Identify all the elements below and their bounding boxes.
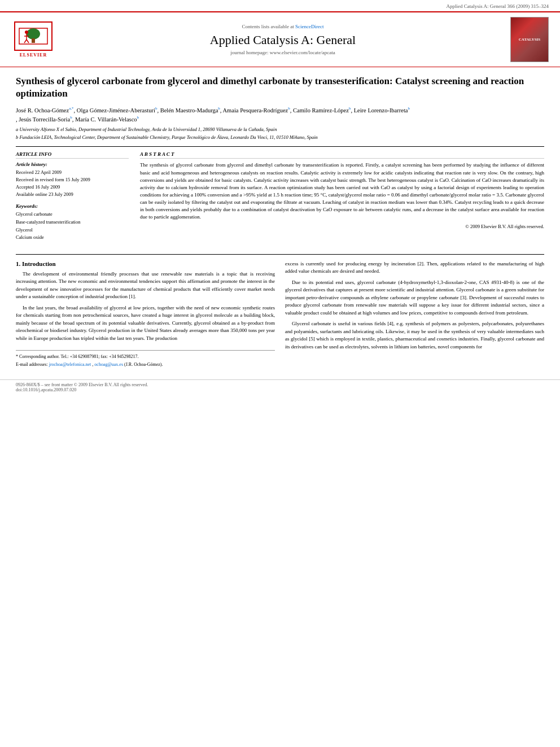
svg-rect-2 [32, 38, 35, 43]
article-info-column: ARTICLE INFO Article history: Received 2… [16, 151, 129, 247]
intro-section-number: 1. [16, 260, 20, 267]
author6-name: , Leire Lorenzo-Ibarreta [351, 107, 408, 113]
contents-text: Contents lists available at [242, 24, 294, 29]
copyright-line: © 2009 Elsevier B.V. All rights reserved… [140, 224, 544, 229]
author5-name: , Camilo Ramírez-López [290, 107, 349, 113]
svg-point-3 [25, 30, 28, 34]
contents-available: Contents lists available at ScienceDirec… [242, 24, 324, 29]
intro-para2: In the last years, the broad availabilit… [16, 304, 275, 343]
article-content: Synthesis of glycerol carbonate from gly… [0, 67, 560, 375]
elsevier-logo-box [14, 21, 53, 51]
keywords-list: Glycerol carbonate Base-catalyzed transe… [16, 211, 129, 241]
intro-para1-text: The development of environmental friendl… [16, 270, 275, 301]
abstract-column: A B S T R A C T The synthesis of glycero… [140, 151, 544, 247]
author6-sup: b [408, 106, 410, 111]
svg-point-1 [27, 28, 40, 40]
author8-sup: b [137, 115, 139, 120]
keywords-block: Keywords: Glycerol carbonate Base-cataly… [16, 203, 129, 241]
article-title: Synthesis of glycerol carbonate from gly… [16, 75, 544, 100]
intro-para3-text: excess is currently used for producing e… [285, 261, 544, 274]
elsevier-logo: ELSEVIER [14, 21, 53, 58]
footnote-email: E-mail addresses: jrochoa@telefonica.net… [16, 361, 275, 368]
footnotes: * Corresponding author. Tel.: +34 629087… [16, 350, 275, 368]
intro-para4-text: Due to its potential end uses, glycerol … [285, 279, 544, 317]
keywords-label: Keywords: [16, 203, 129, 209]
author1-sup: a,* [69, 106, 73, 111]
svg-line-7 [27, 40, 29, 43]
email1[interactable]: jrochoa@telefonica.net [49, 362, 91, 367]
keyword-4: Calcium oxide [16, 234, 129, 242]
page: Applied Catalysis A: General 366 (2009) … [0, 0, 560, 747]
authors: José R. Ochoa-Gómeza,*, Olga Gómez-Jimén… [16, 106, 544, 124]
journal-cover-image: CATALYSIS [510, 17, 549, 62]
journal-header: ELSEVIER Contents lists available at Sci… [0, 11, 560, 67]
keyword-1: Glycerol carbonate [16, 211, 129, 219]
intro-section-title: Introduction [22, 260, 56, 267]
info-abstract-section: ARTICLE INFO Article history: Received 2… [16, 151, 544, 247]
affiliation-b: b Fundación LEIA, Technological Center, … [16, 134, 544, 141]
affiliations: a University Alfonso X el Sabio, Departm… [16, 126, 544, 141]
section-divider-1 [16, 146, 544, 147]
author7-name: , Jesús Torrecilla-Soria [16, 116, 70, 123]
citation-text: Applied Catalysis A: General 366 (2009) … [447, 3, 549, 9]
intro-para1: The development of environmental friendl… [16, 270, 275, 301]
issn-line: 0926-860X/$ – see front matter © 2009 El… [16, 382, 544, 387]
intro-heading: 1. Introduction [16, 260, 275, 267]
author8-name: , María C. Villarán-Velasco [72, 116, 137, 123]
author2-name: , Olga Gómez-Jiménez-Aberasturi [74, 107, 155, 113]
bottom-bar: 0926-860X/$ – see front matter © 2009 El… [0, 379, 560, 395]
email-label: E-mail addresses: [16, 362, 48, 367]
keyword-2: Base-catalyzed transesterification [16, 219, 129, 226]
doi-line: doi:10.1016/j.apcata.2009.07.020 [16, 387, 544, 392]
author1-name: José R. Ochoa-Gómez [16, 107, 69, 113]
intro-para5-text: Glycerol carbonate is useful in various … [285, 320, 544, 351]
top-citation-bar: Applied Catalysis A: General 366 (2009) … [0, 0, 560, 11]
email2[interactable]: ochoag@uax.es [94, 362, 123, 367]
article-info-label: ARTICLE INFO [16, 151, 129, 159]
history-label: Article history: [16, 161, 129, 167]
journal-title: Applied Catalysis A: General [210, 33, 356, 47]
journal-homepage: journal homepage: www.elsevier.com/locat… [230, 50, 335, 55]
author3-name: , Belén Maestro-Madurga [157, 107, 218, 113]
footnote-corresponding: * Corresponding author. Tel.: +34 629087… [16, 353, 275, 360]
intro-para3: excess is currently used for producing e… [285, 260, 544, 276]
journal-cover-area: CATALYSIS [507, 17, 552, 62]
cover-label: CATALYSIS [518, 36, 541, 43]
available-online-date: Available online 23 July 2009 [16, 191, 129, 198]
author4-name: , Amaia Pesquera-Rodríguez [220, 107, 288, 113]
body-right-column: excess is currently used for producing e… [285, 260, 544, 370]
email-note: (J.R. Ochoa-Gómez). [124, 362, 163, 367]
abstract-text: The synthesis of glycerol carbonate from… [140, 161, 544, 220]
elsevier-wordmark: ELSEVIER [20, 53, 47, 58]
abstract-label: A B S T R A C T [140, 151, 544, 159]
intro-para5: Glycerol carbonate is useful in various … [285, 320, 544, 351]
affiliation-a: a University Alfonso X el Sabio, Departm… [16, 126, 544, 133]
accepted-date: Accepted 16 July 2009 [16, 184, 129, 191]
sciencedirect-link[interactable]: ScienceDirect [295, 24, 323, 29]
intro-para2-text: In the last years, the broad availabilit… [16, 304, 275, 343]
received-date: Received 22 April 2009 [16, 169, 129, 176]
elsevier-tree-icon [16, 24, 50, 49]
body-left-column: 1. Introduction The development of envir… [16, 260, 275, 370]
article-history-block: Article history: Received 22 April 2009 … [16, 161, 129, 198]
svg-line-6 [24, 40, 27, 43]
body-content: 1. Introduction The development of envir… [16, 260, 544, 370]
received-revised-date: Received in revised form 15 July 2009 [16, 176, 129, 184]
intro-para4: Due to its potential end uses, glycerol … [285, 279, 544, 317]
keyword-3: Glycerol [16, 226, 129, 234]
elsevier-logo-area: ELSEVIER [8, 17, 59, 62]
main-divider [16, 254, 544, 255]
journal-title-area: Contents lists available at ScienceDirec… [59, 17, 507, 62]
